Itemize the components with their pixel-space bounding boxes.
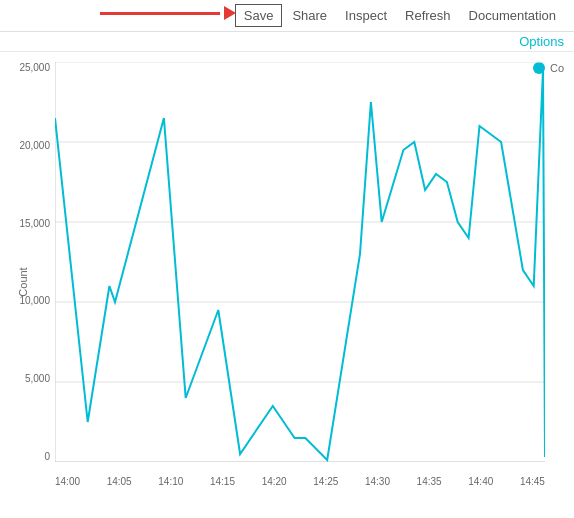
x-tick-1410: 14:10 [158,476,183,487]
x-tick-1425: 14:25 [313,476,338,487]
x-tick-1440: 14:40 [468,476,493,487]
save-button[interactable]: Save [235,4,283,27]
chart-line [55,70,545,460]
options-button[interactable]: Options [519,34,564,49]
x-tick-1435: 14:35 [417,476,442,487]
refresh-button[interactable]: Refresh [397,5,459,26]
toolbar-nav: Save Share Inspect Refresh Documentation [235,4,564,27]
x-tick-1405: 14:05 [107,476,132,487]
legend-label: Co [550,62,564,74]
x-tick-1420: 14:20 [262,476,287,487]
y-tick-0: 0 [5,451,50,462]
x-tick-1415: 14:15 [210,476,235,487]
y-tick-5000: 5,000 [5,373,50,384]
y-axis: 0 5,000 10,000 15,000 20,000 25,000 [5,62,50,462]
x-axis: 14:00 14:05 14:10 14:15 14:20 14:25 14:3… [55,476,545,487]
x-tick-1400: 14:00 [55,476,80,487]
options-row: Options [0,32,574,52]
chart-area: Count Co 0 5,000 10,000 15,000 20,000 25… [0,52,574,512]
line-chart [55,62,545,462]
inspect-button[interactable]: Inspect [337,5,395,26]
y-tick-15000: 15,000 [5,218,50,229]
y-tick-25000: 25,000 [5,62,50,73]
x-tick-1430: 14:30 [365,476,390,487]
y-tick-20000: 20,000 [5,140,50,151]
x-tick-1445: 14:45 [520,476,545,487]
arrow-annotation [100,6,236,20]
chart-inner: 0 5,000 10,000 15,000 20,000 25,000 14:0… [55,62,545,462]
arrow-line [100,12,220,15]
y-tick-10000: 10,000 [5,295,50,306]
toolbar: Save Share Inspect Refresh Documentation [0,0,574,32]
documentation-button[interactable]: Documentation [461,5,564,26]
share-button[interactable]: Share [284,5,335,26]
